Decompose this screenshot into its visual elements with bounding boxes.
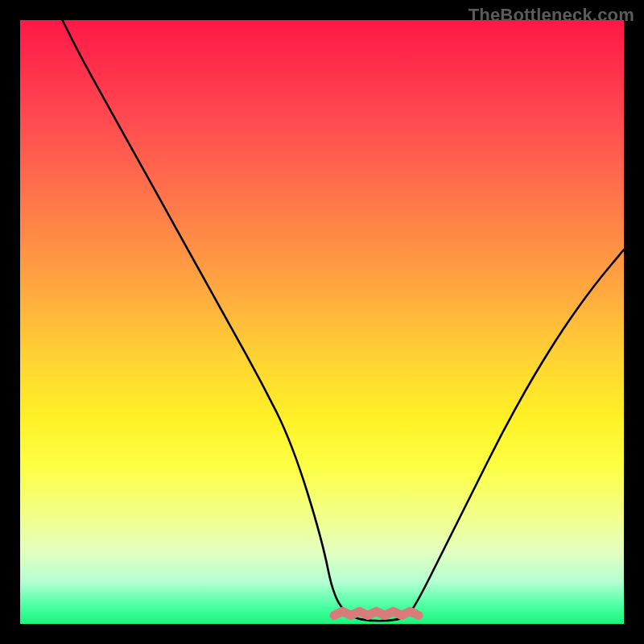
optimal-region-highlight <box>334 612 419 616</box>
curve-path <box>63 20 625 621</box>
chart-frame: TheBottleneck.com <box>0 0 644 644</box>
plot-area <box>20 20 624 624</box>
watermark-text: TheBottleneck.com <box>469 5 634 26</box>
bottleneck-curve <box>20 20 624 624</box>
